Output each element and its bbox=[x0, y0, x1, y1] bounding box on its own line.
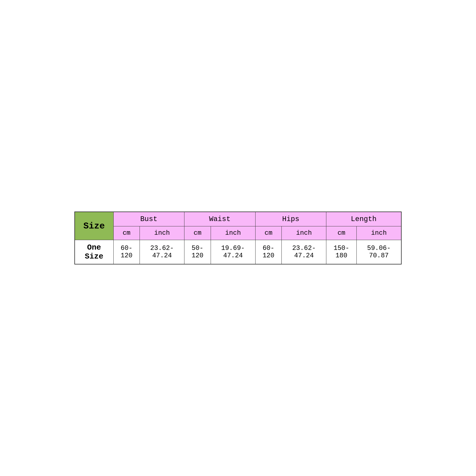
hips-cm-unit: cm bbox=[255, 226, 282, 240]
hips-inch-unit: inch bbox=[282, 226, 326, 240]
waist-inch-value: 19.69-47.24 bbox=[211, 240, 255, 264]
length-cm-value: 150-180 bbox=[326, 240, 357, 264]
waist-inch-unit: inch bbox=[211, 226, 255, 240]
size-chart-table: Size Bust Waist Hips Length cm inch cm i… bbox=[74, 212, 402, 264]
hips-inch-value: 23.62-47.24 bbox=[282, 240, 326, 264]
hips-header: Hips bbox=[255, 212, 326, 226]
bust-inch-unit: inch bbox=[140, 226, 184, 240]
bust-header: Bust bbox=[113, 212, 184, 226]
length-cm-unit: cm bbox=[326, 226, 357, 240]
table-row: One Size 60-120 23.62-47.24 50-120 19.69… bbox=[75, 240, 401, 264]
size-chart-container: Size Bust Waist Hips Length cm inch cm i… bbox=[74, 212, 402, 264]
length-inch-value: 59.06-70.87 bbox=[357, 240, 401, 264]
bust-inch-value: 23.62-47.24 bbox=[140, 240, 184, 264]
bust-cm-value: 60-120 bbox=[113, 240, 140, 264]
bust-cm-unit: cm bbox=[113, 226, 140, 240]
waist-cm-unit: cm bbox=[184, 226, 211, 240]
size-value: One Size bbox=[75, 240, 113, 264]
length-header: Length bbox=[326, 212, 401, 226]
waist-header: Waist bbox=[184, 212, 256, 226]
waist-cm-value: 50-120 bbox=[184, 240, 211, 264]
length-inch-unit: inch bbox=[357, 226, 401, 240]
size-header-cell: Size bbox=[75, 212, 113, 240]
hips-cm-value: 60-120 bbox=[255, 240, 282, 264]
